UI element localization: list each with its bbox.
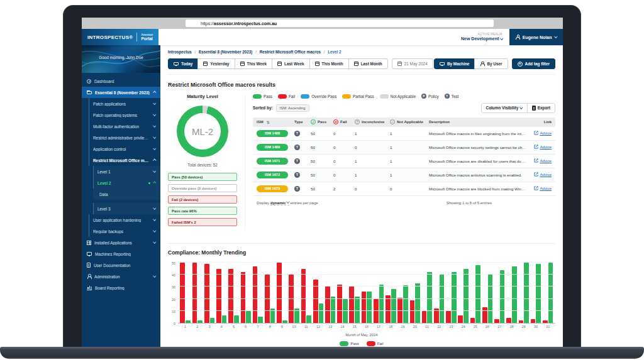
laptop-mockup: https://assessor.introspectus.com.au INT… [0, 0, 644, 360]
sidebar-item-label: Level 2 [97, 181, 145, 185]
date-filter-today[interactable]: Today [168, 58, 198, 69]
date-filter-yesterday[interactable]: Yesterday [197, 58, 235, 69]
advice-link[interactable]: Advice [534, 186, 552, 190]
link-cell: Advice [526, 145, 552, 150]
cal-icon [315, 62, 319, 66]
sidebar-item-level-1[interactable]: Level 1 [93, 166, 160, 177]
sidebar-item-dashboard[interactable]: Dashboard [82, 75, 160, 87]
advice-link[interactable]: Advice [534, 145, 552, 149]
breadcrumb-segment[interactable]: Restrict Microsoft Office macros [260, 50, 321, 54]
sidebar-item-restrict-administrative-privileges[interactable]: Restrict administrative privileges [89, 132, 160, 143]
advice-label: Advice [540, 145, 552, 149]
bar-group-day-18 [385, 263, 397, 323]
compliance-chart-section: Compliance: Monthly Trending 01020304050… [168, 243, 555, 346]
sidebar-item-label: Regular backups [93, 229, 150, 234]
sidebar-item-level-2[interactable]: Level 2 [93, 177, 160, 188]
date-filter-this-week[interactable]: This Week [235, 58, 273, 69]
column-visibility-button[interactable]: Column Visibility [482, 104, 527, 112]
y-tick-label: 0 [174, 322, 175, 325]
link-cell: Advice [526, 172, 552, 177]
user-menu-button[interactable]: Eugene Nolan [509, 29, 563, 45]
column-header-link[interactable]: Link [526, 120, 552, 124]
active-realm-selector[interactable]: ACTIVE REALM: New Development [461, 33, 509, 42]
chart-title: Compliance: Monthly Trending [168, 249, 555, 256]
type-cell: T [294, 186, 311, 192]
export-button[interactable]: Export [527, 104, 555, 112]
column-header-pass[interactable]: ✓Pass [311, 119, 333, 124]
sidebar-item-board-reporting[interactable]: Board Reporting [82, 282, 160, 293]
breadcrumb-segment[interactable]: Essential 8 (November 2023) [199, 50, 252, 54]
sidebar-hero: Good morning, John Doe [82, 45, 160, 73]
breadcrumb-segment[interactable]: Introspectus [168, 50, 192, 54]
date-filter-last-month[interactable]: Last Month [348, 58, 388, 69]
sidebar-item-level-3[interactable]: Level 3 [93, 203, 160, 214]
sidebar-item-machines-reporting[interactable]: Machines Reporting [82, 248, 160, 259]
sidebar-item-patch-operating-systems[interactable]: Patch operating systems [89, 109, 160, 121]
sidebar-item-user-application-hardening[interactable]: User application hardening [89, 214, 160, 226]
sidebar-item-label: Level 1 [97, 170, 150, 174]
bar-group-day-16 [360, 263, 372, 323]
date-filter-last-week[interactable]: Last Week [272, 58, 310, 69]
bar-group-day-24 [457, 263, 469, 323]
sidebar-item-installed-applications[interactable]: Installed Applications [82, 237, 160, 248]
bar-group-day-6 [240, 263, 252, 323]
column-header-not-applicable[interactable]: −Not Applicable [390, 119, 429, 124]
sidebar-item-label: Administration [94, 275, 150, 279]
status-legend: PassFailOverride PassPartial PassNot App… [253, 94, 555, 99]
chart-legend-fail: Fail [367, 341, 384, 346]
ism-badge: ISM 1488 [257, 130, 288, 137]
bar-group-day-19 [397, 263, 409, 323]
view-filter-by-user[interactable]: By User [474, 58, 508, 69]
inconclusive-count: 1 [355, 159, 390, 163]
x-tick-label: 21 [421, 325, 433, 329]
entries-per-page-select[interactable]: dynamic [270, 200, 289, 205]
column-header-description[interactable]: Description [429, 120, 526, 124]
date-filter-this-month[interactable]: This Month [309, 58, 349, 69]
sorted-chip[interactable]: ISM: Ascending [276, 104, 309, 112]
date-picker[interactable]: 21 May 2024 [392, 58, 433, 69]
pass-bar [282, 320, 287, 323]
breadcrumb-separator: / [194, 50, 197, 54]
advice-link[interactable]: Advice [534, 158, 552, 163]
column-header-fail[interactable]: ✕Fail [333, 119, 355, 124]
cal-icon [203, 62, 208, 66]
sidebar-item-administration[interactable]: Administration [82, 271, 160, 282]
sidebar-item-application-control[interactable]: Application control [89, 143, 160, 155]
calendar-icon [397, 62, 402, 66]
table-footer: Display dynamic entries per page Showing… [253, 196, 555, 205]
chevron-up-icon [153, 92, 156, 95]
sidebar: Good morning, John Doe DashboardEssentia… [82, 45, 160, 347]
sidebar-item-data[interactable]: Data [93, 188, 160, 200]
pass-swatch [340, 341, 348, 346]
sidebar-item-user-documentation[interactable]: User Documentation [82, 259, 160, 271]
breadcrumb-separator: / [254, 50, 257, 54]
sidebar-item-patch-applications[interactable]: Patch applications [89, 98, 160, 109]
chevron-down-icon [153, 229, 156, 232]
view-filter-by-machine[interactable]: By Machine [434, 58, 475, 69]
column-header-ism[interactable]: ISM⇅ [257, 120, 294, 124]
cal-icon [240, 62, 245, 66]
legend-pass: Pass [253, 94, 272, 99]
column-header-type[interactable]: Type [294, 120, 311, 124]
advice-link[interactable]: Advice [534, 172, 552, 177]
chevron-down-icon [153, 136, 156, 139]
x-tick-label: 6 [240, 325, 252, 329]
url-bar[interactable]: https://assessor.introspectus.com.au [186, 19, 494, 27]
pass-count: 50 [311, 145, 333, 150]
not-applicable-count: 0 [390, 187, 429, 191]
y-tick-label: 40 [172, 273, 175, 277]
y-tick-label: 30 [172, 285, 175, 289]
table-header: ISM⇅Type✓Pass✕Fail?Inconclusive−Not Appl… [253, 117, 555, 127]
column-header-inconclusive[interactable]: ?Inconclusive [355, 119, 390, 124]
sidebar-item-restrict-microsoft-office-macros[interactable]: Restrict Microsoft Office macros [89, 155, 160, 166]
sidebar-item-regular-backups[interactable]: Regular backups [89, 226, 160, 237]
legend-label: Test [452, 94, 459, 99]
add-tag-filter-button[interactable]: +Add tag filter [512, 58, 555, 69]
pass-bar [391, 289, 396, 323]
breadcrumb-segment[interactable]: Level 2 [328, 50, 341, 54]
pass-bar [258, 317, 263, 323]
sidebar-item-multi-factor-authentication[interactable]: Multi-factor authentication [89, 121, 160, 132]
advice-link[interactable]: Advice [534, 131, 552, 135]
sidebar-item-essential-8-november-2023[interactable]: Essential 8 (November 2023) [82, 87, 160, 98]
policy-icon: P [421, 94, 426, 99]
